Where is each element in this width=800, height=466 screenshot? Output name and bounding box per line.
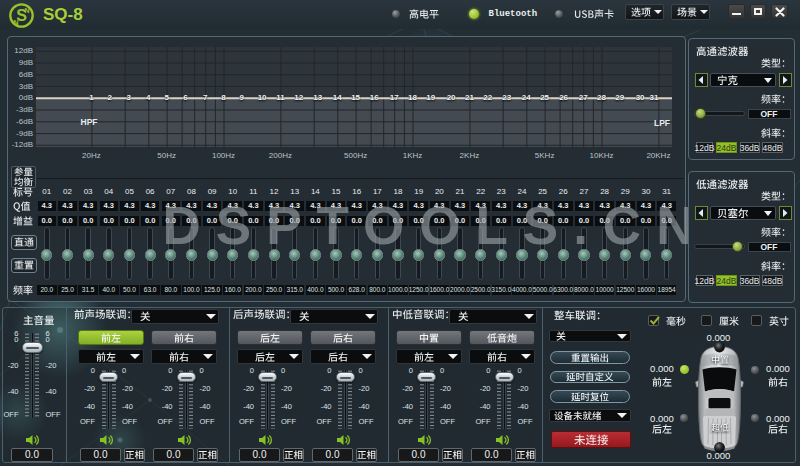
svg-text:N: N	[24, 7, 29, 14]
svg-text:N: N	[13, 19, 18, 26]
